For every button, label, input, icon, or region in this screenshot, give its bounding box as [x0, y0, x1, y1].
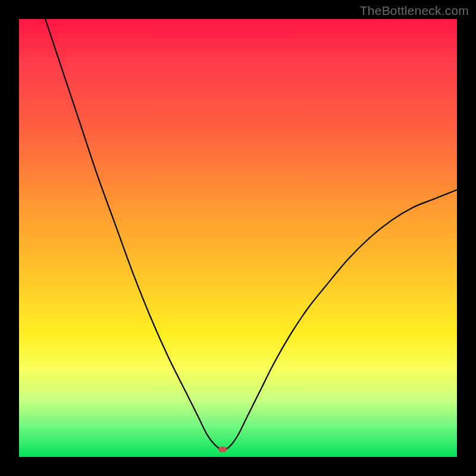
watermark-text: TheBottleneck.com [360, 4, 469, 18]
curve-line [45, 19, 457, 450]
plot-area [19, 19, 457, 457]
minimum-marker [218, 446, 227, 452]
bottleneck-curve [19, 19, 457, 457]
chart-frame: TheBottleneck.com [0, 0, 476, 476]
